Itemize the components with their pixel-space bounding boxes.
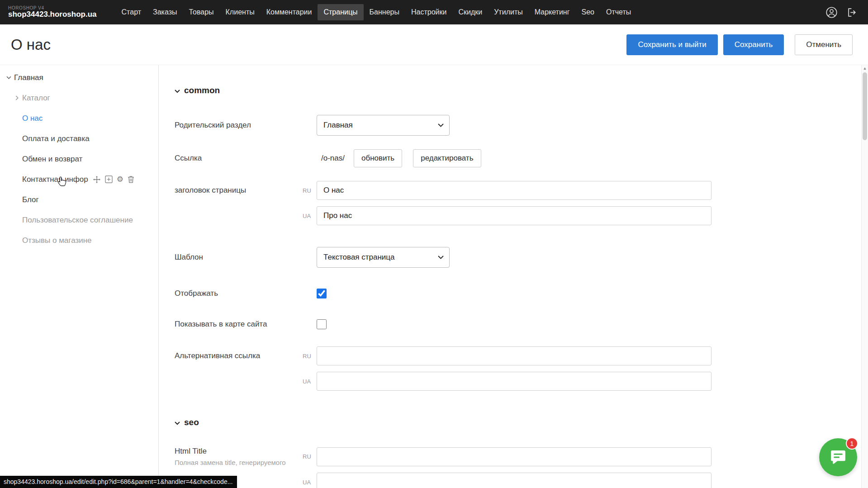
sidebar-item-blog[interactable]: Блог: [0, 190, 158, 210]
drag-move-icon[interactable]: [93, 175, 101, 184]
lang-badge-ru: RU: [303, 187, 317, 194]
link-edit-button[interactable]: редактировать: [413, 149, 481, 167]
sidebar-item-otzyvy-o-magazine[interactable]: Отзывы о магазине: [0, 230, 158, 251]
alt-link-ru-row: Альтернативная ссылка RU: [175, 346, 868, 365]
nav-banners[interactable]: Баннеры: [364, 4, 405, 20]
lang-badge-ua: UA: [303, 378, 317, 385]
sidebar-item-oplata-i-dostavka[interactable]: Оплата и доставка: [0, 128, 158, 149]
settings-gear-icon[interactable]: ⚙: [117, 175, 123, 183]
chevron-down-icon: [5, 76, 12, 79]
chevron-down-icon: [175, 417, 180, 427]
nav-settings[interactable]: Настройки: [405, 4, 452, 20]
sidebar-item-label: Отзывы о магазине: [22, 236, 92, 245]
select-value: Главная: [323, 121, 353, 130]
template-row: Шаблон Текстовая страница: [175, 247, 868, 268]
chevron-right-icon: [14, 95, 20, 100]
sidebar-item-o-nas[interactable]: О нас: [0, 108, 158, 128]
page-title: О нас: [11, 36, 51, 53]
main-nav: Старт Заказы Товары Клиенты Комментарии …: [116, 4, 637, 20]
nav-pages[interactable]: Страницы: [318, 4, 363, 20]
save-button[interactable]: Сохранить: [723, 34, 784, 55]
parent-section-select[interactable]: Главная: [317, 115, 450, 136]
user-account-icon[interactable]: [825, 6, 838, 19]
nav-orders[interactable]: Заказы: [147, 4, 183, 20]
sitemap-checkbox[interactable]: [317, 319, 327, 329]
topbar: HOROSHOP V4 shop34423.horoshop.ua Старт …: [0, 0, 868, 24]
field-label: Html Title: [175, 447, 303, 456]
field-label: Отображать: [175, 289, 303, 298]
field-label: Ссылка: [175, 154, 303, 163]
nav-utilities[interactable]: Утилиты: [488, 4, 529, 20]
nav-reports[interactable]: Отчеты: [600, 4, 637, 20]
html-title-ru-row: Html Title Полная замена title, генериру…: [175, 447, 868, 466]
section-title: common: [184, 85, 220, 95]
sidebar-item-glavnaya[interactable]: Главная: [0, 67, 158, 88]
chevron-down-icon: [175, 85, 180, 95]
field-label: заголовок страницы: [175, 186, 303, 195]
nav-clients[interactable]: Клиенты: [220, 4, 261, 20]
lang-badge-ru: RU: [303, 453, 317, 460]
sidebar-item-label: Оплата и доставка: [22, 134, 90, 143]
template-select[interactable]: Текстовая страница: [317, 247, 450, 268]
logout-icon[interactable]: [847, 7, 858, 18]
field-label: Родительский раздел: [175, 121, 303, 130]
link-update-button[interactable]: обновить: [354, 149, 402, 167]
sidebar-item-obmen-i-vozvrat[interactable]: Обмен и возврат: [0, 149, 158, 169]
chevron-down-icon: [438, 256, 444, 259]
nav-discounts[interactable]: Скидки: [452, 4, 488, 20]
html-title-ru-input[interactable]: [317, 447, 711, 466]
add-page-icon[interactable]: [105, 175, 113, 183]
cancel-button[interactable]: Отменить: [795, 34, 853, 55]
sidebar-item-label: О нас: [22, 114, 43, 123]
chat-bubble-icon: [829, 448, 847, 466]
alt-link-ua-input[interactable]: [317, 372, 711, 391]
pages-tree-sidebar: Главная Каталог О нас Оплата и доставка …: [0, 65, 159, 488]
parent-section-row: Родительский раздел Главная: [175, 115, 868, 136]
sidebar-item-label: Каталог: [22, 94, 50, 103]
section-common-toggle[interactable]: common: [175, 85, 868, 96]
chat-unread-badge: 1: [846, 437, 858, 450]
page-title-ru-input[interactable]: [317, 181, 711, 200]
sidebar-item-label: Блог: [22, 195, 39, 204]
nav-marketing[interactable]: Маркетинг: [529, 4, 576, 20]
display-checkbox[interactable]: [317, 289, 327, 298]
page-title-ua-input[interactable]: [317, 206, 711, 225]
nav-comments[interactable]: Комментарии: [261, 4, 318, 20]
tree-item-actions: ⚙: [93, 175, 134, 184]
sidebar-item-katalog[interactable]: Каталог: [0, 88, 158, 108]
sidebar-item-label: Обмен и возврат: [22, 155, 82, 164]
chevron-down-icon: [438, 123, 444, 127]
brand-logo[interactable]: HOROSHOP V4 shop34423.horoshop.ua: [8, 6, 97, 19]
html-title-ua-row: UA: [175, 473, 868, 488]
delete-trash-icon[interactable]: [128, 175, 134, 183]
save-and-exit-button[interactable]: Сохранить и выйти: [626, 34, 717, 55]
scrollbar-thumb[interactable]: [863, 72, 867, 140]
alt-link-ua-row: UA: [175, 372, 868, 391]
page-url-path: /o-nas/: [317, 154, 345, 163]
sitemap-row: Показывать в карте сайта: [175, 319, 868, 329]
link-row: Ссылка /o-nas/ обновить редактировать: [175, 149, 868, 167]
field-hint: Полная замена title, генерируемого: [175, 459, 303, 466]
nav-seo[interactable]: Seo: [576, 4, 600, 20]
section-seo-toggle[interactable]: seo: [175, 417, 868, 428]
field-label: Альтернативная ссылка: [175, 351, 303, 360]
brand-domain: shop34423.horoshop.ua: [8, 10, 97, 19]
status-url: shop34423.horoshop.ua/edit/edit.php?id=6…: [4, 478, 232, 485]
vertical-scrollbar[interactable]: ▲: [861, 65, 868, 488]
sidebar-item-polzovatelskoe-soglashenie[interactable]: Пользовательское соглашение: [0, 210, 158, 230]
sidebar-item-kontaktnaya-infor[interactable]: Контактная инфор ⚙: [0, 169, 158, 190]
lang-badge-ua: UA: [303, 479, 317, 486]
html-title-ua-input[interactable]: [317, 473, 711, 488]
section-title: seo: [184, 417, 199, 427]
alt-link-ru-input[interactable]: [317, 346, 711, 365]
page-title-ua-row: UA: [175, 206, 868, 225]
scroll-up-arrow[interactable]: ▲: [862, 66, 868, 71]
nav-start[interactable]: Старт: [116, 4, 147, 20]
sidebar-item-label: Главная: [14, 73, 43, 82]
chat-widget-button[interactable]: 1: [819, 438, 857, 476]
lang-badge-ru: RU: [303, 353, 317, 360]
nav-products[interactable]: Товары: [183, 4, 220, 20]
sidebar-item-label: Пользовательское соглашение: [22, 216, 133, 225]
page-edit-form: common Родительский раздел Главная Ссылк…: [159, 65, 868, 488]
select-value: Текстовая страница: [323, 253, 395, 262]
